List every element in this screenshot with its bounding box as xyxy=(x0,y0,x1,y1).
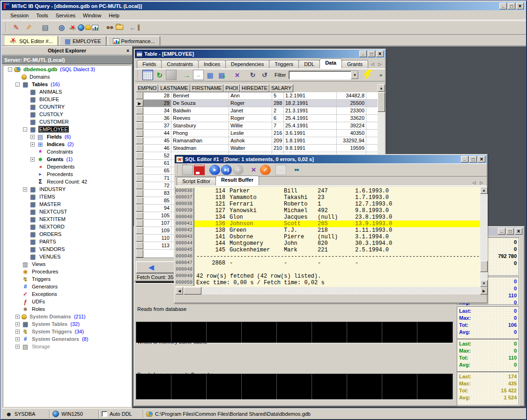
app-titlebar[interactable]: MiTeC IB Query - [dbdemos.gdb on PC-MUTL… xyxy=(2,2,525,10)
result-hscrollbar[interactable]: ◀ ▶ xyxy=(176,287,488,295)
tree-item[interactable]: MASTER xyxy=(3,200,131,208)
employee-tab[interactable]: Grants xyxy=(341,60,368,68)
menu-item[interactable]: Session xyxy=(7,12,32,19)
cell-hiredate[interactable]: 1.2.1991 xyxy=(284,92,337,99)
cell-firstname[interactable]: Ashok xyxy=(229,137,272,144)
cell-empno[interactable]: 45 xyxy=(143,137,171,144)
employee-tab[interactable]: Indices xyxy=(198,60,226,68)
row-selector[interactable] xyxy=(136,145,143,152)
result-line[interactable]: 000038 121FerrariRoberto112.7.1993.0 xyxy=(176,201,480,207)
tree-item[interactable]: + System Triggers (34) xyxy=(3,328,131,335)
minimize-button[interactable] xyxy=(359,51,367,57)
cell-empno[interactable]: 29 xyxy=(143,100,171,107)
result-line[interactable]: 000049 42 row(s) fetched (42 row(s) list… xyxy=(176,273,480,280)
tab-scroll-right-icon[interactable] xyxy=(377,61,383,67)
cell-lastname[interactable]: Steadman xyxy=(171,145,229,152)
cell-empno[interactable]: 36 xyxy=(143,115,171,122)
tree-item[interactable]: ITEMS xyxy=(3,193,131,200)
tree-item[interactable]: + Storage xyxy=(3,343,131,350)
toolbar-grip[interactable] xyxy=(6,23,7,32)
row-selector[interactable] xyxy=(136,205,143,212)
cell-salary[interactable]: 39224 xyxy=(337,122,366,129)
employee-tab[interactable]: Fields xyxy=(137,60,162,68)
row-selector[interactable] xyxy=(136,235,143,242)
close-button[interactable] xyxy=(478,156,485,162)
tree-item[interactable]: CUSTOLY xyxy=(3,111,131,118)
cell-empno[interactable]: 28 xyxy=(143,92,171,99)
cell-firstname[interactable]: Roger xyxy=(229,100,272,107)
tree-expander-icon[interactable]: + xyxy=(15,330,20,334)
auto-ddl-checkbox[interactable] xyxy=(102,411,107,417)
tree-item[interactable]: Record Count: 42 xyxy=(3,178,131,185)
cell-empno[interactable]: 94 xyxy=(143,205,171,212)
maximize-button[interactable] xyxy=(506,228,514,235)
cell-salary[interactable]: 40350 xyxy=(337,130,366,137)
cell-hiredate[interactable]: 25.4.1991 xyxy=(284,115,337,122)
result-line[interactable]: 000044 144MontgomeryJohn82030.3.1994.0 xyxy=(176,240,480,247)
maximize-button[interactable] xyxy=(508,3,515,9)
cell-hiredate[interactable]: 9.8.1991 xyxy=(284,145,337,152)
scrollbar-thumb[interactable] xyxy=(378,92,385,112)
row-selector[interactable] xyxy=(136,167,143,174)
apply-filter-icon[interactable] xyxy=(362,70,372,80)
result-line[interactable]: 000047 2868---- xyxy=(176,260,480,266)
employee-tab[interactable]: DDL xyxy=(298,60,320,68)
cell-empno[interactable]: 52 xyxy=(143,152,171,159)
result-line[interactable]: 000036 114ParkerBill2471.6.1993.0 xyxy=(176,188,480,194)
cell-empno[interactable]: 46 xyxy=(143,145,171,152)
result-line[interactable]: 000048 xyxy=(176,266,480,273)
tree-item[interactable]: UDFs xyxy=(3,298,131,305)
tree-expander-icon[interactable]: + xyxy=(15,345,20,349)
tree-item[interactable]: Roles xyxy=(3,305,131,313)
sql-monitor-icon[interactable] xyxy=(68,24,77,31)
menu-item[interactable]: Window xyxy=(79,12,105,19)
tree-item[interactable]: - dbdemos.gdb (SQL Dialect 3) xyxy=(3,66,131,73)
close-button[interactable] xyxy=(515,228,522,235)
scroll-down-icon[interactable]: ▼ xyxy=(480,280,488,287)
scrollbar-thumb[interactable] xyxy=(184,287,201,295)
run-icon[interactable] xyxy=(209,165,220,175)
performance-monitor-icon[interactable] xyxy=(92,25,98,30)
tree-item[interactable]: COUNTRY xyxy=(3,103,131,111)
tree-item[interactable]: VENDORS xyxy=(3,245,131,253)
tree-item[interactable]: Views xyxy=(3,260,131,268)
cell-phone[interactable]: 5 xyxy=(272,92,284,99)
window-tab[interactable]: Performance... xyxy=(108,36,160,45)
connect-session-icon[interactable] xyxy=(10,22,22,33)
cell-salary[interactable]: 23300 xyxy=(337,107,366,114)
tree-item[interactable]: + Fields (6) xyxy=(3,133,131,140)
cell-firstname[interactable]: Janet xyxy=(229,107,272,114)
window-tab[interactable]: EMPLOYEE xyxy=(59,36,106,45)
column-header[interactable]: HIREDATE xyxy=(240,84,269,92)
close-button[interactable] xyxy=(376,51,384,57)
tree-expander-icon[interactable]: + xyxy=(30,135,35,139)
cell-phone[interactable]: 7 xyxy=(272,122,284,129)
result-line[interactable]: 000043 141OsbornePierre(null)3.1.1994.0 xyxy=(176,234,480,240)
tree-item[interactable]: ORDERS xyxy=(3,230,131,238)
employee-tab[interactable]: Dependencies xyxy=(225,60,269,68)
cell-phone[interactable]: 216 xyxy=(272,130,284,137)
cell-empno[interactable]: 71 xyxy=(143,175,171,182)
tree-expander-icon[interactable]: + xyxy=(15,315,20,319)
row-selector[interactable] xyxy=(136,220,143,227)
row-selector[interactable] xyxy=(136,92,143,99)
cell-empno[interactable]: 85 xyxy=(143,197,171,204)
tree-item[interactable]: + Indices (2) xyxy=(3,140,131,148)
cell-empno[interactable]: 105 xyxy=(143,212,171,219)
tree-expander-icon[interactable]: + xyxy=(15,322,20,326)
tree-item[interactable]: - Tables (16) xyxy=(3,81,131,88)
export-result-icon[interactable] xyxy=(275,165,286,175)
minimize-button[interactable] xyxy=(461,156,468,162)
cell-lastname[interactable]: Baldwin xyxy=(171,107,229,114)
tree-item[interactable]: CUSTOMER xyxy=(3,118,131,125)
tree-item[interactable]: Precedents xyxy=(3,170,131,178)
window-tab[interactable]: SQL Editor #... xyxy=(5,36,58,45)
copy-to-table-icon[interactable] xyxy=(205,70,215,80)
tree-item[interactable]: + System Tables (32) xyxy=(3,320,131,328)
tree-item[interactable]: Generators xyxy=(3,283,131,290)
users-icon[interactable] xyxy=(103,22,115,33)
cell-lastname[interactable]: Ramanathan xyxy=(171,137,229,144)
row-selector[interactable] xyxy=(136,100,143,107)
stop-icon[interactable] xyxy=(233,165,244,175)
toolbar-grip[interactable] xyxy=(138,70,139,80)
